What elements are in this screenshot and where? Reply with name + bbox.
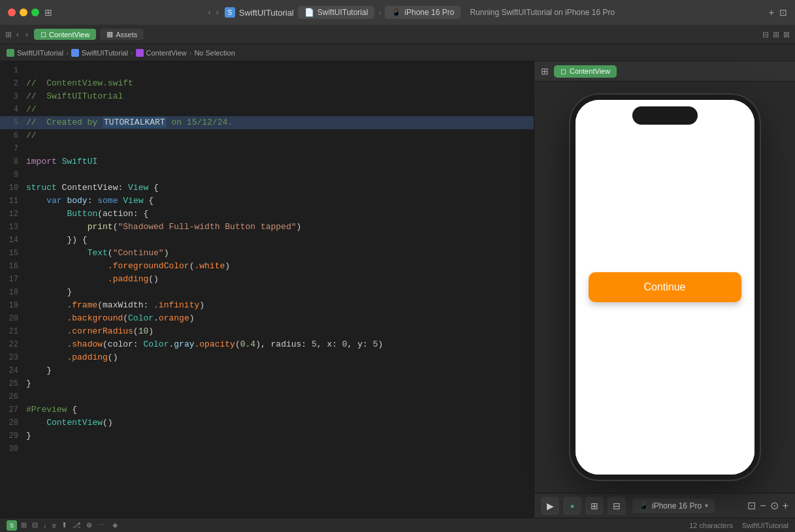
preview-bottom-bar: ▶ ● ⊞ ⊟ 📱 iPhone 16 Pro ▾ ⊡ − ⊙ + (534, 493, 795, 518)
code-line: 10 struct ContentView: View { (0, 181, 534, 195)
app-icon: S (225, 7, 235, 18)
add-icon[interactable]: + (769, 7, 774, 18)
status-issue-icon[interactable]: ⊕ (86, 521, 92, 529)
code-line: 24 } (0, 364, 534, 377)
editor-tab[interactable]: 📄 SwiftUITutorial (298, 6, 375, 19)
toolbar-forward-icon[interactable]: › (24, 30, 30, 39)
inspector-toggle-icon[interactable]: ⊠ (783, 30, 790, 39)
close-button[interactable] (8, 8, 16, 16)
device-settings-icon[interactable]: ⊟ (608, 497, 626, 515)
code-line: 30 (0, 443, 534, 456)
preview-panel: ⊞ ◻ ContentView Continue ▶ ● ⊞ ⊟ 📱 iPhon… (534, 61, 795, 518)
zoom-fit-icon[interactable]: ⊡ (747, 499, 756, 512)
phone-mockup: Continue (570, 95, 760, 480)
device-selector[interactable]: 📱 iPhone 16 Pro ▾ (632, 499, 715, 513)
phone-screen: Continue (576, 100, 754, 475)
continue-button[interactable]: Continue (589, 272, 741, 302)
code-line: 20 .background(Color.orange) (0, 312, 534, 325)
code-editor[interactable]: 1 2 // ContentView.swift 3 // SwiftUITut… (0, 61, 534, 518)
preview-header: ⊞ ◻ ContentView (534, 61, 795, 82)
status-pause-icon[interactable]: ⊟ (32, 521, 38, 529)
status-share-icon[interactable]: ⬆ (61, 521, 67, 529)
title-bar-right: + ⊡ (769, 7, 787, 18)
forward-arrow-icon[interactable]: › (214, 8, 221, 17)
preview-title-tab: ◻ ContentView (554, 65, 617, 78)
code-line: 2 // ContentView.swift (0, 77, 534, 90)
fullscreen-button[interactable] (31, 8, 39, 16)
layout-icon[interactable]: ⊡ (779, 7, 787, 18)
breadcrumb-item-4[interactable]: No Selection (194, 49, 235, 57)
assets-tab[interactable]: ▦ Assets (100, 29, 144, 40)
toolbar-left: ⊞ ‹ › ◻ ContentView ▦ Assets (5, 29, 144, 40)
breadcrumb-item-2[interactable]: SwiftUITutorial (82, 49, 128, 57)
toolbar-back-icon[interactable]: ‹ (14, 30, 21, 39)
code-line-5: 5 // Created by TUTORIALKART on 15/12/24… (0, 116, 534, 129)
zoom-controls: ⊡ − ⊙ + (747, 499, 788, 512)
live-preview-icon[interactable]: ● (563, 497, 581, 515)
pin-icon[interactable]: ⊞ (541, 66, 549, 76)
code-line: 1 (0, 64, 534, 77)
phone-notch (632, 106, 698, 125)
sidebar-toggle-icon[interactable]: ⊞ (44, 7, 52, 18)
minimize-button[interactable] (20, 8, 27, 16)
breadcrumb-bar: SwiftUITutorial › SwiftUITutorial › Cont… (0, 44, 795, 61)
code-line: 14 }) { (0, 234, 534, 247)
breadcrumb-item-1[interactable]: SwiftUITutorial (17, 49, 63, 57)
breadcrumb-icon-1 (7, 49, 14, 57)
phone-small-icon: 📱 (639, 501, 649, 510)
status-stop-icon[interactable]: ⊞ (21, 521, 27, 529)
play-icon[interactable]: ▶ (541, 497, 559, 515)
breadcrumb-sep-2: › (131, 49, 133, 57)
code-line: 16 .foregroundColor(.white) (0, 260, 534, 273)
content-view-icon: ◻ (41, 30, 46, 39)
main-content: 1 2 // ContentView.swift 3 // SwiftUITut… (0, 61, 795, 518)
code-line: 8 import SwiftUI (0, 155, 534, 168)
code-line: 11 var body: some View { (0, 195, 534, 208)
breadcrumb-item-3[interactable]: ContentView (146, 49, 187, 57)
code-line: 12 Button(action: { (0, 208, 534, 221)
layout-panel-icon[interactable]: ⊞ (773, 30, 779, 39)
device-tab[interactable]: 📱 iPhone 16 Pro (385, 6, 461, 19)
zoom-reset-icon[interactable]: ⊙ (770, 499, 779, 512)
chevron-down-icon: ▾ (705, 502, 708, 509)
zoom-in-icon[interactable]: + (783, 500, 788, 512)
code-line: 19 .frame(maxWidth: .infinity) (0, 299, 534, 312)
grid-view-icon[interactable]: ⊞ (585, 497, 604, 515)
app-title: S SwiftUITutorial (225, 7, 294, 18)
status-app-name: SwiftUITutorial (742, 522, 788, 529)
zoom-out-icon[interactable]: − (760, 500, 766, 512)
code-line: 29 } (0, 430, 534, 443)
back-arrow-icon[interactable]: ‹ (206, 8, 213, 17)
title-bar: ⊞ ‹ › S SwiftUITutorial 📄 SwiftUITutoria… (0, 0, 795, 25)
code-line: 21 .cornerRadius(10) (0, 325, 534, 338)
status-tag-icon[interactable]: ◈ (112, 521, 118, 529)
code-line: 18 } (0, 286, 534, 299)
status-char-count: 12 characters (689, 522, 733, 529)
status-nav-icon[interactable]: ≡ (52, 522, 56, 529)
code-line: 22 .shadow(color: Color.gray.opacity(0.4… (0, 338, 534, 351)
status-bar: S ⊞ ⊟ ↓ ≡ ⬆ ⎇ ⊕ ⋯ ◈ 12 characters SwiftU… (0, 518, 795, 532)
code-line: 28 ContentView() (0, 416, 534, 430)
run-status: Running SwiftUITutorial on iPhone 16 Pro (470, 8, 615, 17)
breadcrumb-sep-1: › (66, 49, 69, 57)
code-line: 13 print("Shadowed Full-width Button tap… (0, 221, 534, 234)
code-line: 6 // (0, 129, 534, 142)
status-more-icon[interactable]: ⋯ (97, 521, 105, 529)
traffic-lights (8, 8, 39, 16)
breadcrumb-icon-2 (71, 49, 79, 57)
toolbar: ⊞ ‹ › ◻ ContentView ▦ Assets ⊟ ⊞ ⊠ (0, 25, 795, 44)
code-line: 27 #Preview { (0, 403, 534, 416)
status-step-icon[interactable]: ↓ (43, 522, 47, 529)
code-line: 4 // (0, 103, 534, 116)
content-view-tab[interactable]: ◻ ContentView (34, 29, 96, 40)
code-line: 15 Text("Continue") (0, 247, 534, 260)
code-line: 3 // SwiftUITutorial (0, 90, 534, 103)
status-git-icon[interactable]: ⎇ (73, 521, 81, 529)
preview-area: Continue (534, 82, 795, 493)
status-app-icon: S (7, 520, 17, 531)
inspector-icon[interactable]: ⊟ (762, 30, 769, 39)
code-line: 9 (0, 168, 534, 181)
code-line: 25 } (0, 377, 534, 390)
grid-icon[interactable]: ⊞ (5, 30, 12, 39)
status-icons: ⊞ ⊟ ↓ ≡ ⬆ ⎇ ⊕ ⋯ (21, 521, 105, 529)
